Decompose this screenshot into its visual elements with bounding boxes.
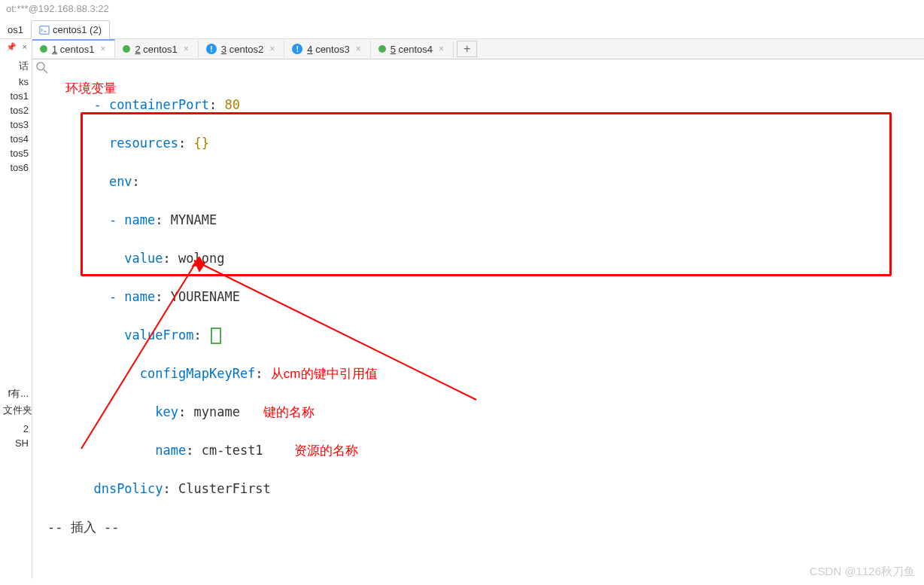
tab-label: 1 centos1 (52, 44, 94, 55)
close-icon[interactable]: × (23, 42, 27, 52)
info-icon: ! (206, 44, 217, 54)
session-tab-label: os1 (8, 24, 23, 35)
sidebar-item[interactable]: tos1 (0, 89, 32, 103)
cursor (211, 328, 221, 344)
editor-tabs: 1 centos1 × 2 centos1 × ! 3 centos2 × ! … (32, 39, 924, 59)
status-dot-icon (378, 45, 386, 53)
sidebar-item[interactable]: tos3 (0, 117, 32, 132)
sidebar-item[interactable]: ks (0, 75, 32, 89)
status-dot-icon (40, 45, 47, 53)
magnifier-icon[interactable] (35, 61, 49, 75)
close-icon[interactable]: × (182, 44, 190, 54)
sidebar-item[interactable]: tos2 (0, 103, 32, 117)
session-tab-label: centos1 (2) (53, 24, 102, 35)
info-icon: ! (292, 44, 302, 54)
pin-icon[interactable]: 📌 (6, 42, 17, 52)
close-icon[interactable]: × (354, 44, 363, 54)
editor-tab[interactable]: 2 centos1 × (115, 41, 198, 58)
svg-line-2 (44, 69, 47, 73)
tab-label: 5 centos4 (391, 44, 433, 55)
close-icon[interactable]: × (437, 44, 445, 54)
sidebar-item[interactable]: f有... (0, 385, 32, 402)
watermark: CSDN @1126秋刀鱼 (810, 565, 915, 579)
sidebar-item[interactable]: SH (0, 436, 32, 450)
sidebar: 📌 × 话 ks tos1 tos2 tos3 tos4 tos5 tos6 f… (0, 39, 32, 579)
annotation-env: 环境变量 (65, 79, 117, 99)
svg-point-1 (37, 62, 44, 70)
annotation-key: 键的名称 (263, 405, 315, 419)
terminal-icon (39, 25, 50, 35)
add-tab-button[interactable]: + (457, 41, 477, 57)
tab-label: 2 centos1 (135, 44, 177, 55)
close-icon[interactable]: × (99, 44, 107, 54)
sidebar-item[interactable]: 2 (0, 422, 32, 436)
code-editor[interactable]: - containerPort: 80 resources: {} env: -… (32, 76, 924, 585)
editor-tab[interactable]: ! 4 centos3 × (284, 41, 370, 58)
session-tab[interactable]: centos1 (2) (31, 20, 110, 39)
annotation-ref: 从cm的键中引用值 (271, 367, 378, 381)
status-dot-icon (123, 45, 130, 53)
svg-rect-0 (40, 26, 49, 34)
window-title: ot:***@192.168.88.3:22 (0, 0, 924, 17)
sidebar-item[interactable]: tos5 (0, 146, 32, 160)
sidebar-item[interactable]: tos6 (0, 160, 32, 175)
arrow-icon (78, 253, 529, 456)
tab-label: 4 centos3 (307, 44, 349, 55)
session-tab-bar: os1 centos1 (2) (0, 17, 924, 39)
sidebar-item[interactable]: 话 (0, 58, 32, 75)
annotation-res: 资源的名称 (294, 443, 358, 458)
session-tab[interactable]: os1 (0, 21, 31, 38)
sidebar-item[interactable]: tos4 (0, 132, 32, 146)
close-icon[interactable]: × (268, 44, 276, 54)
editor-tab[interactable]: 5 centos4 × (371, 41, 454, 58)
tab-label: 3 centos2 (221, 44, 263, 55)
editor-tab[interactable]: 1 centos1 × (32, 39, 115, 58)
editor-tab[interactable]: ! 3 centos2 × (199, 41, 284, 58)
sidebar-item[interactable]: 文件夹 (0, 402, 32, 419)
